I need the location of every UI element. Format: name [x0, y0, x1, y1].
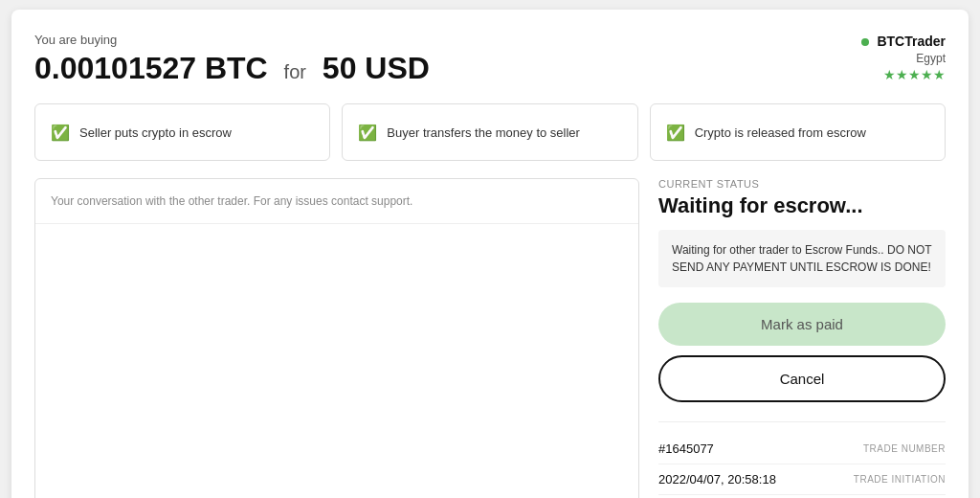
status-notice: Waiting for other trader to Escrow Funds… — [658, 230, 946, 287]
step-2: ✅ Buyer transfers the money to seller — [342, 103, 637, 161]
current-status-label: CURRENT STATUS — [658, 178, 946, 190]
status-title: Waiting for escrow... — [658, 193, 946, 218]
main-container: You are buying 0.00101527 BTC for 50 USD… — [11, 10, 969, 498]
trade-details: #1645077 TRADE NUMBER 2022/04/07, 20:58:… — [658, 421, 946, 498]
buy-info: You are buying 0.00101527 BTC for 50 USD — [34, 33, 430, 86]
buy-label: You are buying — [34, 33, 430, 47]
step-3-check-icon: ✅ — [666, 124, 685, 142]
right-panel: CURRENT STATUS Waiting for escrow... Wai… — [658, 178, 946, 498]
step-3: ✅ Crypto is released from escrow — [650, 103, 946, 161]
step-1: ✅ Seller puts crypto in escrow — [34, 103, 330, 161]
trade-number-row: #1645077 TRADE NUMBER — [658, 434, 946, 464]
chat-header: Your conversation with the other trader.… — [35, 179, 638, 224]
trade-number-value: #1645077 — [658, 441, 714, 456]
trader-country: Egypt — [861, 52, 946, 65]
trade-initiation-row: 2022/04/07, 20:58:18 TRADE INITIATION — [658, 464, 946, 495]
main-content: Your conversation with the other trader.… — [34, 178, 946, 498]
step-2-label: Buyer transfers the money to seller — [387, 125, 580, 140]
cancel-button[interactable]: Cancel — [658, 355, 946, 402]
trader-name-row: BTCTrader — [861, 33, 946, 50]
fiat-amount: 50 USD — [323, 51, 430, 85]
step-2-check-icon: ✅ — [358, 124, 377, 142]
step-1-check-icon: ✅ — [51, 124, 70, 142]
trader-name: BTCTrader — [877, 34, 946, 49]
step-3-label: Crypto is released from escrow — [695, 125, 866, 140]
online-indicator — [861, 38, 869, 46]
trader-info: BTCTrader Egypt ★★★★★ — [861, 33, 946, 82]
chat-panel: Your conversation with the other trader.… — [34, 178, 639, 498]
for-text: for — [284, 61, 306, 82]
mark-paid-button[interactable]: Mark as paid — [658, 303, 946, 346]
trade-number-label: TRADE NUMBER — [863, 443, 946, 454]
top-bar: You are buying 0.00101527 BTC for 50 USD… — [34, 33, 946, 86]
buy-amount: 0.00101527 BTC for 50 USD — [34, 51, 430, 86]
trade-initiation-value: 2022/04/07, 20:58:18 — [658, 472, 776, 487]
steps-row: ✅ Seller puts crypto in escrow ✅ Buyer t… — [34, 103, 946, 161]
step-1-label: Seller puts crypto in escrow — [79, 125, 232, 140]
chat-messages: Trade started. Say Hi and wait for joega… — [35, 224, 638, 498]
crypto-currency: BTC — [205, 51, 268, 85]
trade-initiation-label: TRADE INITIATION — [854, 474, 946, 485]
trader-stars: ★★★★★ — [861, 67, 946, 82]
crypto-amount: 0.00101527 — [34, 51, 196, 85]
